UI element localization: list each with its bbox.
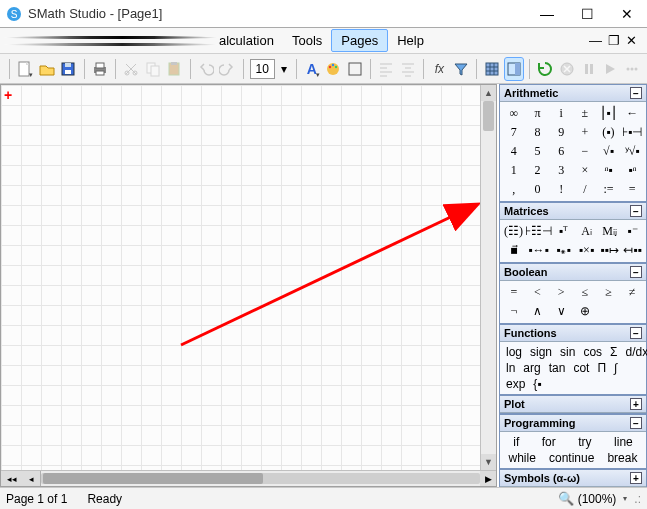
zoom-value[interactable]: (100%) (578, 492, 617, 506)
options-button[interactable] (623, 58, 642, 80)
palette-button[interactable]: π (526, 104, 550, 123)
palette-button[interactable]: ! (549, 180, 573, 199)
stop-button[interactable] (558, 58, 577, 80)
sheet-tab-controls[interactable]: ◂◂◂ (1, 471, 41, 486)
palette-button[interactable]: Π (593, 360, 610, 376)
palette-button[interactable]: Mᵢⱼ (598, 222, 621, 241)
palette-button[interactable]: break (604, 451, 640, 465)
palette-button[interactable]: ∧ (526, 302, 550, 321)
palette-button[interactable]: ⊦☷⊣ (525, 222, 552, 241)
panel-expand-button[interactable]: + (630, 398, 642, 410)
palette-button[interactable]: ʸ√▪ (620, 142, 644, 161)
recalculate-button[interactable] (536, 58, 555, 80)
palette-button[interactable]: line (611, 435, 636, 449)
scroll-up-button[interactable]: ▲ (481, 85, 496, 101)
palette-button[interactable]: d/dx (621, 344, 647, 360)
hscroll-thumb[interactable] (43, 473, 263, 484)
palette-button[interactable]: ▪×▪ (575, 241, 598, 260)
align-center-button[interactable] (399, 58, 418, 80)
doc-close-button[interactable]: ✕ (626, 33, 637, 48)
palette-button[interactable]: ↤▪▪ (621, 241, 644, 260)
maximize-button[interactable]: ☐ (567, 0, 607, 28)
zoom-icon[interactable]: 🔍 (558, 491, 574, 506)
palette-button[interactable]: 7 (502, 123, 526, 142)
palette-button[interactable]: 5 (526, 142, 550, 161)
palette-button[interactable]: ⊕ (573, 302, 597, 321)
copy-button[interactable] (144, 58, 163, 80)
palette-button[interactable]: if (510, 435, 522, 449)
palette-button[interactable]: (▪) (597, 123, 621, 142)
palette-button[interactable]: ▪⁻ (621, 222, 644, 241)
panel-collapse-button[interactable]: − (630, 327, 642, 339)
panel-expand-button[interactable]: + (630, 472, 642, 484)
filter-button[interactable] (452, 58, 471, 80)
play-button[interactable] (601, 58, 620, 80)
palette-button[interactable]: ≠ (620, 283, 644, 302)
palette-button[interactable]: exp (502, 376, 529, 392)
font-size-select[interactable]: 10 (250, 59, 275, 79)
palette-button[interactable]: arg (519, 360, 544, 376)
palette-button[interactable]: 4 (502, 142, 526, 161)
palette-button[interactable]: (☷) (502, 222, 525, 241)
palette-button[interactable]: cos (579, 344, 606, 360)
palette-button[interactable]: ln (502, 360, 519, 376)
palette-button[interactable]: Aᵢ (575, 222, 598, 241)
pause-button[interactable] (579, 58, 598, 80)
palette-button[interactable]: ¬ (502, 302, 526, 321)
palette-button[interactable]: ▪⃗ (502, 241, 525, 260)
palette-button[interactable] (597, 302, 621, 321)
redo-button[interactable] (218, 58, 237, 80)
palette-button[interactable]: / (573, 180, 597, 199)
menu-tools[interactable]: Tools (283, 30, 331, 51)
zoom-dropdown[interactable]: ▾ (620, 494, 630, 503)
palette-button[interactable]: {▪ (529, 376, 545, 392)
horizontal-scrollbar[interactable]: ◂◂◂ ▶ (1, 470, 496, 486)
toggle-panels-button[interactable] (505, 58, 524, 80)
palette-button[interactable]: − (573, 142, 597, 161)
paste-button[interactable] (165, 58, 184, 80)
panel-collapse-button[interactable]: − (630, 417, 642, 429)
palette-button[interactable]: log (502, 344, 526, 360)
palette-button[interactable]: cot (569, 360, 593, 376)
palette-button[interactable]: ← (620, 104, 644, 123)
menu-calculation[interactable]: alculation (219, 30, 283, 51)
palette-button[interactable]: × (573, 161, 597, 180)
palette-button[interactable]: = (502, 283, 526, 302)
palette-button[interactable]: while (506, 451, 539, 465)
palette-button[interactable]: ▪꘎▪ (552, 241, 575, 260)
palette-button[interactable]: , (502, 180, 526, 199)
palette-button[interactable]: ± (573, 104, 597, 123)
font-size-dropdown[interactable]: ▾ (278, 58, 290, 80)
palette-button[interactable]: ⁿ▪ (597, 161, 621, 180)
palette-button[interactable]: := (597, 180, 621, 199)
palette-button[interactable]: ∨ (549, 302, 573, 321)
palette-button[interactable]: 1 (502, 161, 526, 180)
doc-minimize-button[interactable]: — (589, 33, 602, 48)
scroll-right-button[interactable]: ▶ (480, 471, 496, 486)
undo-button[interactable] (197, 58, 216, 80)
palette-button[interactable]: √▪ (597, 142, 621, 161)
border-button[interactable] (346, 58, 365, 80)
palette-button[interactable]: 0 (526, 180, 550, 199)
cut-button[interactable] (122, 58, 141, 80)
palette-button[interactable]: ▪ᵀ (552, 222, 575, 241)
save-button[interactable] (59, 58, 78, 80)
close-button[interactable]: ✕ (607, 0, 647, 28)
palette-button[interactable]: i (549, 104, 573, 123)
menu-pages[interactable]: Pages (331, 29, 388, 52)
vscroll-thumb[interactable] (483, 101, 494, 131)
minimize-button[interactable]: — (527, 0, 567, 28)
vertical-scrollbar[interactable]: ▲ ▼ (480, 85, 496, 470)
palette-button[interactable]: ≥ (597, 283, 621, 302)
palette-button[interactable]: Σ (606, 344, 621, 360)
palette-button[interactable]: tan (545, 360, 570, 376)
palette-button[interactable]: ∞ (502, 104, 526, 123)
palette-button[interactable]: try (575, 435, 594, 449)
palette-button[interactable]: + (573, 123, 597, 142)
background-color-button[interactable] (324, 58, 343, 80)
palette-button[interactable]: > (549, 283, 573, 302)
palette-button[interactable]: ≤ (573, 283, 597, 302)
palette-button[interactable]: 3 (549, 161, 573, 180)
menu-help[interactable]: Help (388, 30, 433, 51)
palette-button[interactable] (620, 302, 644, 321)
